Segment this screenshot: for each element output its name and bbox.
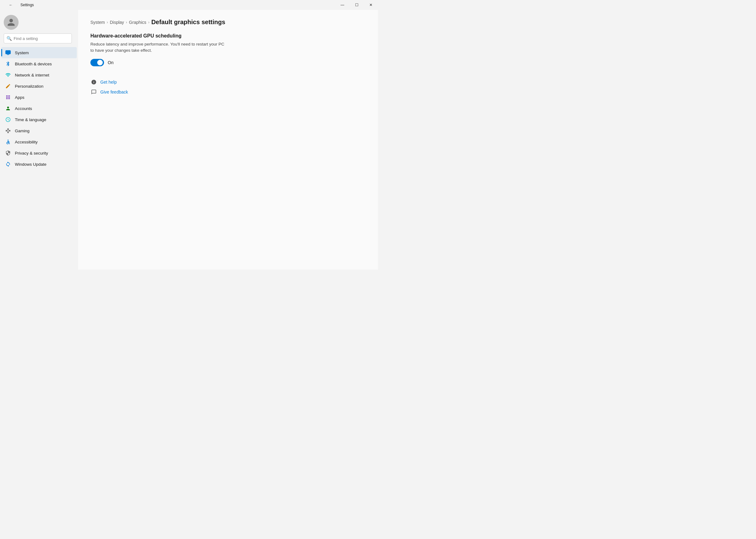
apps-icon [5,94,11,100]
sidebar-item-label-accounts: Accounts [15,106,32,111]
network-icon [5,72,11,78]
breadcrumb-current: Default graphics settings [151,19,225,26]
privacy-icon [5,150,11,156]
close-button[interactable]: ✕ [364,0,378,10]
sidebar-item-accounts[interactable]: Accounts [1,103,77,114]
sidebar: 🔍 System Bluetooth & devices Network & i… [0,10,78,270]
sidebar-item-time[interactable]: Time & language [1,114,77,125]
sidebar-item-label-personalization: Personalization [15,84,43,89]
feedback-item: Give feedback [91,89,366,95]
sidebar-item-label-gaming: Gaming [15,128,30,133]
svg-point-3 [8,140,9,141]
sidebar-item-label-time: Time & language [15,117,46,122]
accessibility-icon [5,139,11,145]
title-bar-title: Settings [21,3,34,7]
sidebar-item-privacy[interactable]: Privacy & security [1,147,77,159]
svg-rect-2 [7,54,9,55]
avatar[interactable] [4,15,19,30]
main-content: System › Display › Graphics › Default gr… [78,10,378,270]
sidebar-item-system[interactable]: System [1,47,77,58]
sidebar-item-label-network: Network & internet [15,73,49,77]
breadcrumb-graphics[interactable]: Graphics [129,20,146,25]
sidebar-top: 🔍 [0,12,78,47]
breadcrumb-sep-2: › [126,20,127,25]
toggle-row: On [91,59,366,66]
search-input[interactable] [14,36,69,41]
toggle-state-label: On [108,60,114,65]
sidebar-item-label-bluetooth: Bluetooth & devices [15,62,52,66]
breadcrumb: System › Display › Graphics › Default gr… [91,19,366,26]
give-feedback-link[interactable]: Give feedback [100,90,128,95]
title-bar: ← Settings — ☐ ✕ [0,0,378,10]
sidebar-item-update[interactable]: Windows Update [1,159,77,170]
sidebar-item-personalization[interactable]: Personalization [1,81,77,92]
get-help-item: Get help [91,79,366,86]
time-icon [5,116,11,123]
svg-rect-0 [6,50,11,54]
help-icon [91,79,97,86]
minimize-button[interactable]: — [335,0,350,10]
sidebar-item-network[interactable]: Network & internet [1,69,77,81]
sidebar-item-label-update: Windows Update [15,162,46,167]
search-icon: 🔍 [7,36,12,41]
gpu-scheduling-toggle[interactable] [91,59,104,66]
search-box[interactable]: 🔍 [4,34,72,43]
sidebar-item-label-privacy: Privacy & security [15,151,48,156]
breadcrumb-system[interactable]: System [91,20,105,25]
sidebar-item-bluetooth[interactable]: Bluetooth & devices [1,58,77,69]
sidebar-item-apps[interactable]: Apps [1,92,77,103]
breadcrumb-sep-1: › [107,20,108,25]
bluetooth-icon [5,61,11,67]
update-icon [5,161,11,167]
back-button[interactable]: ← [4,0,18,10]
accounts-icon [5,105,11,112]
breadcrumb-display[interactable]: Display [110,20,124,25]
section-desc: Reduce latency and improve performance. … [91,41,366,54]
sidebar-item-label-apps: Apps [15,95,25,100]
sidebar-item-gaming[interactable]: Gaming [1,125,77,136]
system-icon [5,49,11,56]
breadcrumb-sep-3: › [148,20,150,25]
get-help-link[interactable]: Get help [100,80,117,85]
maximize-button[interactable]: ☐ [350,0,364,10]
gaming-icon [5,128,11,134]
user-icon [7,18,16,27]
title-bar-left: ← Settings [4,0,34,10]
sidebar-item-label-system: System [15,50,29,55]
personalization-icon [5,83,11,89]
section-title: Hardware-accelerated GPU scheduling [91,33,366,39]
feedback-icon [91,89,97,95]
link-section: Get help Give feedback [91,79,366,95]
sidebar-item-accessibility[interactable]: Accessibility [1,136,77,147]
title-bar-controls: — ☐ ✕ [335,0,378,10]
app-body: 🔍 System Bluetooth & devices Network & i… [0,10,378,270]
sidebar-item-label-accessibility: Accessibility [15,140,38,144]
